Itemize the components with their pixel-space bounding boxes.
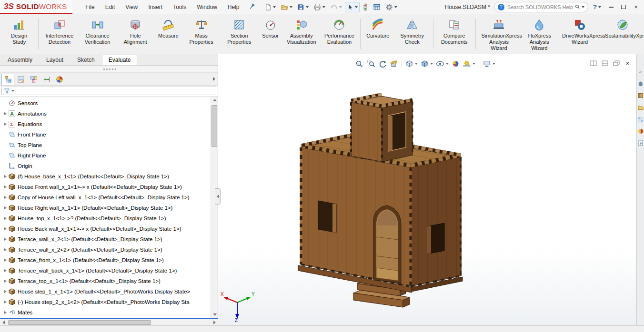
tab-configurationmanager[interactable] [27,74,40,85]
house-3d-model[interactable] [218,54,636,325]
expand-arrow-icon[interactable] [2,206,8,209]
tree-item-terrace-front[interactable]: Terrace_front_x_1<1> (Default<<Default>_… [0,255,211,265]
new-document-icon[interactable] [262,2,278,12]
tab-propertymanager[interactable] [14,74,27,85]
tree-item-mates[interactable]: Mates [0,307,211,318]
split-pane-icon[interactable] [588,59,598,68]
open-icon[interactable] [279,2,294,12]
tab-featuremanager[interactable] [1,74,14,85]
tree-item-sensors[interactable]: Sensors [0,98,211,108]
tab-sketch[interactable]: Sketch [70,55,101,65]
filter-box[interactable] [1,87,216,95]
tab-displaymanager[interactable] [53,74,66,85]
ribbon-button-measure[interactable]: Measure [154,16,182,54]
expand-arrow-icon[interactable] [2,259,8,262]
expand-arrow-icon[interactable] [2,311,8,314]
zoom-area-icon[interactable] [366,59,376,68]
display-style-icon[interactable] [420,59,434,68]
restore-window-icon[interactable] [611,59,621,68]
ribbon-button-sensor[interactable]: Sensor [258,16,282,54]
close-button[interactable]: × [630,2,642,12]
ribbon-button-design-study[interactable]: Design Study [2,16,36,54]
ribbon-button-clearance-verification[interactable]: Clearance Verification [79,16,117,54]
tree-item-right-plane[interactable]: Right Plane [0,150,211,161]
tree-item-equations[interactable]: Σ Equations [0,119,211,129]
options-gear-icon[interactable] [383,2,399,12]
appearances-scenes-icon[interactable] [637,128,644,135]
ribbon-button-compare-documents[interactable]: Compare Documents [435,16,473,54]
tree-item-house-base[interactable]: (f) House_base_x_1<1> (Default<<Default>… [0,171,211,182]
save-icon[interactable] [295,2,311,12]
tree-item-annotations[interactable]: A Annotations [0,108,211,119]
help-menu-button[interactable]: ? [593,3,601,10]
tab-assembly[interactable]: Assembly [1,55,39,65]
scrollbar-thumb[interactable] [211,105,217,147]
ribbon-button-driveworksxpress[interactable]: DriveWorksXpress Wizard [558,16,601,54]
tree-vertical-scrollbar[interactable] [211,97,218,318]
scroll-down-arrow-icon[interactable] [211,311,218,318]
tab-evaluate[interactable]: Evaluate [102,55,138,65]
search-scope-caret-icon[interactable] [582,6,584,8]
scroll-left-arrow-icon[interactable] [0,319,7,325]
expand-arrow-icon[interactable] [2,290,8,293]
tree-horizontal-scrollbar[interactable] [0,318,218,325]
tree-item-terrace-wall-1[interactable]: Terrace_wall_x_2<1> (Default<<Default>_D… [0,234,211,244]
print-icon[interactable] [312,2,327,12]
panel-splitter-handle[interactable] [215,188,221,205]
custom-properties-icon[interactable] [637,140,644,146]
menu-insert[interactable]: Insert [143,0,168,14]
minimize-button[interactable] [605,2,617,12]
ribbon-button-floxpress[interactable]: FloXpress Analysis Wizard [520,16,558,54]
menu-help[interactable]: Help [222,0,245,14]
scroll-right-arrow-icon[interactable] [211,319,218,325]
collapse-chevron-icon[interactable]: « [637,68,644,75]
tree-item-house-front-wall[interactable]: House Front wall_x_1<1>-> x (Default<<De… [0,182,211,192]
xpert-table-icon[interactable] [371,2,382,12]
expand-arrow-icon[interactable] [2,280,8,283]
search-icon[interactable] [575,3,580,10]
filter-input[interactable] [14,88,214,94]
panel-drag-handle[interactable] [0,66,218,73]
ribbon-button-curvature[interactable]: Curvature [362,16,393,54]
hide-show-items-icon[interactable] [435,59,450,68]
scroll-up-arrow-icon[interactable] [211,97,218,104]
ribbon-button-interference-detection[interactable]: Interference Detection [40,16,79,54]
tree-item-terrace-wall-2[interactable]: Terrace_wall_x_2<2> (Default<<Default>_D… [0,244,211,255]
ribbon-button-simulationxpress[interactable]: SimulationXpress Analysis Wizard [477,16,520,54]
menu-file[interactable]: File [80,0,100,14]
ribbon-button-section-properties[interactable]: Section Properties [220,16,258,54]
tree-item-copy-house-left-wall[interactable]: Copy of House Left wall_x_1<1> (Default<… [0,192,211,203]
menu-tools[interactable]: Tools [168,0,191,14]
expand-arrow-icon[interactable] [2,123,8,126]
rebuild-stoplight-icon[interactable] [361,2,370,12]
ribbon-button-symmetry-check[interactable]: Symmetry Check [393,16,431,54]
zoom-fit-icon[interactable] [354,59,365,68]
expand-arrow-icon[interactable] [2,217,8,220]
design-library-icon[interactable] [637,92,644,99]
section-view-icon[interactable] [389,59,399,68]
search-input[interactable] [507,4,575,10]
select-cursor-icon[interactable] [345,2,360,12]
expand-arrow-icon[interactable] [2,248,8,251]
menu-window[interactable]: Window [191,0,222,14]
tree-item-house-step-1[interactable]: House step_1_x_1<1> (Default<<Default>_P… [0,286,211,297]
expand-arrow-icon[interactable] [2,301,8,303]
file-explorer-icon[interactable] [637,104,644,111]
menu-view[interactable]: View [120,0,143,14]
view-settings-icon[interactable] [482,59,496,68]
edit-appearance-icon[interactable] [451,59,461,68]
view-palette-icon[interactable] [637,116,644,123]
ribbon-button-performance-evaluation[interactable]: Performance Evaluation [321,16,359,54]
tab-layout[interactable]: Layout [40,55,70,65]
expand-arrow-icon[interactable] [2,227,8,230]
tree-item-house-step-2[interactable]: (-) House step_2_x_1<2> (Default<<Defaul… [0,297,211,307]
solidworks-resources-icon[interactable] [637,80,644,87]
tree-item-terrace-top[interactable]: Terrace_top_x_1<1> (Default<<Default>_Di… [0,276,211,286]
menu-edit[interactable]: Edit [100,0,121,14]
close-window-icon[interactable]: × [623,59,633,68]
pin-menu-icon[interactable] [249,3,255,10]
tree-item-house-right-wall[interactable]: House Right wall_x_1<1> (Default<<Defaul… [0,203,211,213]
new-pane-icon[interactable] [600,59,610,68]
tree-item-front-plane[interactable]: Front Plane [0,129,211,140]
graphics-viewport[interactable]: × [218,54,636,325]
